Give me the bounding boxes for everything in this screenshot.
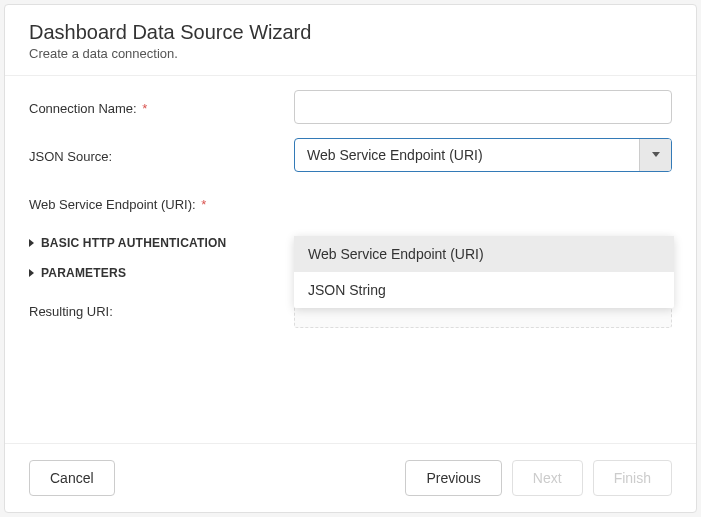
required-mark: * xyxy=(201,197,206,212)
json-source-label: JSON Source: xyxy=(29,147,294,164)
connection-name-label: Connection Name: * xyxy=(29,99,294,116)
resulting-uri-label: Resulting URI: xyxy=(29,302,294,319)
next-button: Next xyxy=(512,460,583,496)
label-text: Connection Name: xyxy=(29,101,137,116)
endpoint-row: Web Service Endpoint (URI): * xyxy=(29,186,672,220)
section-title: PARAMETERS xyxy=(41,266,126,280)
section-title: BASIC HTTP AUTHENTICATION xyxy=(41,236,226,250)
dialog-subtitle: Create a data connection. xyxy=(29,46,672,61)
connection-name-row: Connection Name: * xyxy=(29,90,672,124)
endpoint-label: Web Service Endpoint (URI): * xyxy=(29,195,294,212)
connection-name-input[interactable] xyxy=(294,90,672,124)
caret-down-icon xyxy=(652,152,660,158)
dropdown-option-uri[interactable]: Web Service Endpoint (URI) xyxy=(294,236,674,272)
dialog-content: Connection Name: * JSON Source: Web Serv… xyxy=(5,76,696,443)
label-text: Web Service Endpoint (URI): xyxy=(29,197,196,212)
json-source-value: Web Service Endpoint (URI) xyxy=(295,139,639,171)
json-source-dropdown-button[interactable] xyxy=(639,139,671,171)
chevron-right-icon xyxy=(29,269,35,277)
json-source-field: Web Service Endpoint (URI) xyxy=(294,138,672,172)
cancel-button[interactable]: Cancel xyxy=(29,460,115,496)
json-source-row: JSON Source: Web Service Endpoint (URI) xyxy=(29,138,672,172)
required-mark: * xyxy=(142,101,147,116)
dialog-footer: Cancel Previous Next Finish xyxy=(5,443,696,512)
dropdown-option-json-string[interactable]: JSON String xyxy=(294,272,674,308)
finish-button: Finish xyxy=(593,460,672,496)
json-source-dropdown: Web Service Endpoint (URI) JSON String xyxy=(294,236,674,308)
chevron-right-icon xyxy=(29,239,35,247)
previous-button[interactable]: Previous xyxy=(405,460,501,496)
dialog-header: Dashboard Data Source Wizard Create a da… xyxy=(5,5,696,76)
dialog-title: Dashboard Data Source Wizard xyxy=(29,21,672,44)
json-source-select[interactable]: Web Service Endpoint (URI) xyxy=(294,138,672,172)
wizard-dialog: Dashboard Data Source Wizard Create a da… xyxy=(4,4,697,513)
connection-name-field xyxy=(294,90,672,124)
